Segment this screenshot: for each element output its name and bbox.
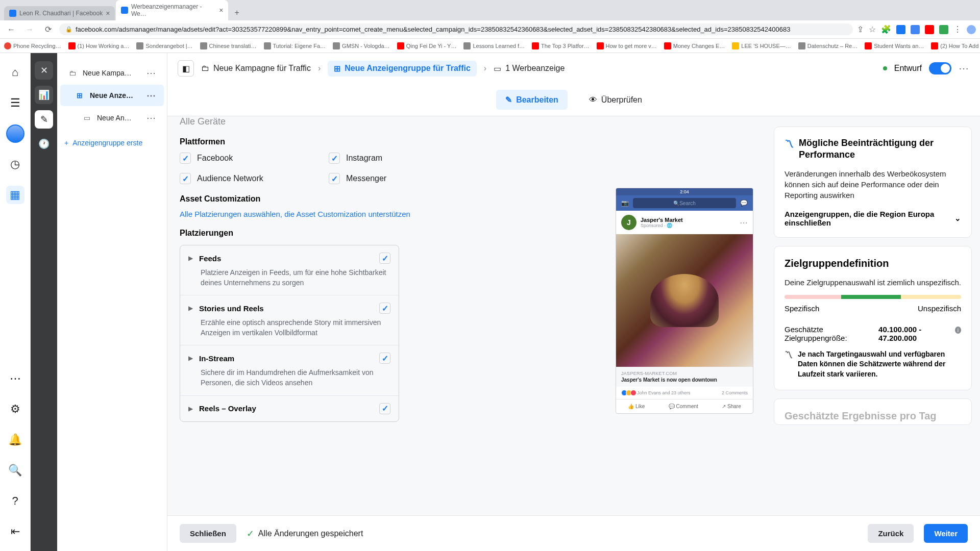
gauge-icon[interactable]: ◷	[6, 155, 24, 173]
checkbox-label: Facebook	[197, 154, 233, 163]
grid-icon: ⊞	[334, 64, 340, 73]
checkbox-label: Audience Network	[197, 174, 263, 183]
extension-icon[interactable]	[896, 25, 905, 34]
gear-icon[interactable]: ⚙	[6, 400, 24, 418]
global-nav-rail: ⌂ ☰ ◷ ▦ ⋯ ⚙ 🔔 🔍 ? ⇤	[0, 53, 31, 551]
help-icon[interactable]: ?	[6, 492, 24, 510]
bookmark-item[interactable]: (2) How To Add A…	[931, 42, 980, 49]
share-icon[interactable]: ⇪	[857, 24, 864, 34]
check-icon: ✓	[247, 528, 254, 539]
plus-icon: +	[64, 139, 68, 147]
bookmark-item[interactable]: Lessons Learned f…	[463, 42, 525, 49]
extension-icon[interactable]	[939, 25, 948, 34]
tab-edit[interactable]: ✎ Bearbeiten	[496, 90, 568, 110]
tree-item-campaign[interactable]: 🗀 Neue Kampa… ⋯	[60, 62, 164, 84]
bookmark-item[interactable]: Datenschutz – Re…	[798, 42, 857, 49]
address-bar[interactable]: 🔒 facebook.com/adsmanager/manage/adsets/…	[59, 23, 853, 35]
bookmark-item[interactable]: Student Wants an…	[865, 42, 924, 49]
breadcrumb-campaign[interactable]: 🗀 Neue Kampagne für Traffic	[201, 64, 311, 73]
card-expand-row[interactable]: Anzeigengruppen, die die Region Europa e…	[785, 210, 961, 227]
account-avatar[interactable]	[6, 124, 24, 143]
bookmark-item[interactable]: Qing Fei De Yi - Y…	[397, 42, 457, 49]
activity-icon: 〽	[785, 349, 793, 380]
reload-icon[interactable]: ⟳	[41, 24, 55, 34]
puzzle-icon[interactable]: 🧩	[881, 24, 891, 34]
breadcrumb-ad[interactable]: ▭ 1 Werbeanzeige	[494, 64, 565, 73]
tree-label: Neue Kampa…	[83, 69, 132, 77]
close-button[interactable]: Schließen	[180, 524, 236, 543]
close-icon[interactable]: ✕	[35, 61, 53, 80]
more-icon[interactable]: ⋯	[146, 67, 157, 79]
star-icon[interactable]: ☆	[869, 24, 876, 34]
search-icon[interactable]: 🔍	[6, 461, 24, 480]
editor-content: Alle Geräte Plattformen ✓Facebook ✓Insta…	[167, 116, 766, 515]
panel-toggle-icon[interactable]: ◧	[178, 60, 194, 77]
checkbox-facebook[interactable]: ✓Facebook	[180, 153, 316, 164]
breadcrumb-label: Neue Kampagne für Traffic	[213, 64, 311, 73]
checkbox-instagram[interactable]: ✓Instagram	[329, 153, 465, 164]
bookmark-item[interactable]: (1) How Working a…	[68, 42, 130, 49]
pencil-icon[interactable]: ✎	[35, 110, 53, 129]
forward-icon[interactable]: →	[22, 25, 37, 34]
more-icon[interactable]: ⋯	[146, 90, 157, 101]
tree-label: Neue Anze…	[90, 91, 133, 99]
add-label: Anzeigengruppe erste	[72, 139, 142, 147]
extension-icon[interactable]	[911, 25, 920, 34]
placement-checkbox[interactable]: ✓	[379, 353, 390, 364]
menu-icon[interactable]: ⋮	[953, 24, 962, 34]
bookmark-item[interactable]: Money Changes E…	[664, 42, 725, 49]
placement-instream[interactable]: ▶In-Stream✓ Sichere dir im Handumdrehen …	[180, 345, 399, 395]
bookmark-item[interactable]: GMSN - Vologda…	[333, 42, 390, 49]
bookmark-item[interactable]: Sonderangebot |…	[136, 42, 192, 49]
close-icon[interactable]: ×	[219, 6, 223, 14]
back-icon[interactable]: ←	[4, 25, 18, 34]
lock-icon: 🔒	[65, 26, 72, 33]
placement-stories[interactable]: ▶Stories und Reels✓ Erzähle eine optisch…	[180, 295, 399, 345]
asset-link[interactable]: Alle Platzierungen auswählen, die Asset …	[180, 210, 595, 218]
chart-icon[interactable]: 📊	[35, 86, 53, 104]
more-icon[interactable]: ⋯	[146, 112, 157, 123]
placement-checkbox[interactable]: ✓	[379, 253, 390, 264]
placement-checkbox[interactable]: ✓	[379, 403, 390, 414]
placement-feeds[interactable]: ▶Feeds✓ Platziere Anzeigen in Feeds, um …	[180, 245, 399, 295]
collapse-icon[interactable]: ⇤	[6, 522, 24, 541]
info-icon[interactable]: i	[955, 327, 961, 334]
tree-item-ad[interactable]: ▭ Neue An… ⋯	[60, 107, 164, 129]
tab-review[interactable]: 👁 Überprüfen	[580, 90, 651, 110]
close-icon[interactable]: ×	[106, 9, 110, 17]
bookmark-item[interactable]: How to get more v…	[597, 42, 657, 49]
checkbox-audience-network[interactable]: ✓Audience Network	[180, 173, 316, 184]
placements-heading: Platzierungen	[180, 229, 595, 238]
tree-item-adset[interactable]: ⊞ Neue Anze… ⋯	[60, 85, 164, 106]
placement-checkbox[interactable]: ✓	[379, 303, 390, 314]
sparkle-icon[interactable]: ⋯	[6, 369, 24, 388]
browser-tab-facebook[interactable]: Leon R. Chaudhari | Facebook ×	[4, 6, 115, 20]
more-icon[interactable]: ⋯	[959, 62, 970, 74]
estimate-note: Je nach Targetingauswahl und verfügbaren…	[798, 349, 961, 380]
clock-icon[interactable]: 🕐	[35, 135, 53, 153]
next-button[interactable]: Weiter	[924, 524, 968, 543]
menu-icon[interactable]: ☰	[6, 94, 24, 112]
profile-avatar[interactable]	[967, 25, 976, 34]
placement-reels-overlay[interactable]: ▶Reels – Overlay✓	[180, 396, 399, 421]
browser-tab-adsmanager[interactable]: Werbeanzeigenmanager - We… ×	[116, 0, 228, 20]
bell-icon[interactable]: 🔔	[6, 431, 24, 449]
breadcrumb-adset[interactable]: ⊞ Neue Anzeigengruppe für Traffic	[328, 61, 477, 77]
back-button[interactable]: Zurück	[868, 524, 914, 543]
editor-tabs: ✎ Bearbeiten 👁 Überprüfen	[167, 84, 980, 116]
publish-toggle[interactable]	[929, 62, 951, 74]
new-tab-button[interactable]: +	[229, 5, 244, 20]
add-adset-button[interactable]: + Anzeigengruppe erste	[57, 133, 167, 153]
folder-icon: 🗀	[67, 68, 78, 78]
grid-icon[interactable]: ▦	[6, 186, 24, 204]
home-icon[interactable]: ⌂	[6, 63, 24, 82]
checkbox-messenger[interactable]: ✓Messenger	[329, 173, 465, 184]
bookmark-item[interactable]: Phone Recycling…	[4, 42, 61, 49]
editor-footer: Schließen ✓ Alle Änderungen gespeichert …	[167, 515, 980, 551]
bookmark-item[interactable]: Tutorial: Eigene Fa…	[264, 42, 326, 49]
bookmark-item[interactable]: LEE 'S HOUSE—…	[732, 42, 791, 49]
bookmark-item[interactable]: The Top 3 Platfor…	[532, 42, 590, 49]
preview-domain: JASPERS-MARKET.COM	[621, 371, 748, 376]
bookmark-item[interactable]: Chinese translati…	[200, 42, 257, 49]
extension-icon[interactable]	[925, 25, 934, 34]
